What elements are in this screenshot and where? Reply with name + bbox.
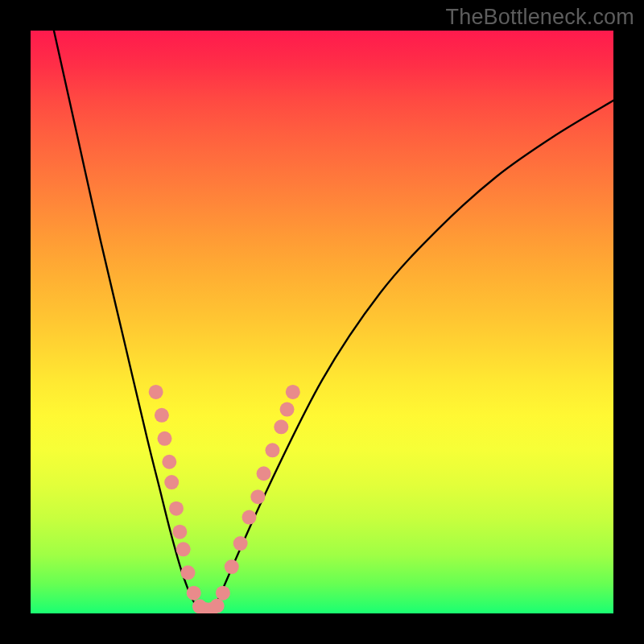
highlight-marker — [250, 489, 265, 504]
highlight-marker — [187, 586, 201, 601]
highlight-marker — [242, 510, 257, 525]
chart-container: TheBottleneck.com — [0, 0, 644, 644]
highlight-marker — [172, 525, 187, 539]
marker-group — [149, 385, 300, 613]
watermark-text: TheBottleneck.com — [445, 5, 634, 30]
highlight-marker — [155, 408, 169, 423]
bottleneck-curve — [54, 31, 613, 613]
highlight-marker — [180, 565, 195, 580]
curve-group — [54, 31, 613, 613]
highlight-marker — [169, 502, 184, 516]
highlight-marker — [286, 385, 300, 399]
highlight-marker — [233, 536, 248, 551]
highlight-marker — [158, 431, 172, 446]
highlight-marker — [216, 586, 230, 601]
highlight-marker — [274, 419, 288, 434]
highlight-marker — [225, 559, 239, 574]
chart-svg — [31, 31, 613, 613]
highlight-marker — [162, 455, 176, 469]
highlight-marker — [176, 542, 191, 556]
highlight-marker — [257, 466, 271, 481]
highlight-marker — [265, 443, 279, 457]
highlight-marker — [210, 599, 225, 613]
highlight-marker — [280, 402, 295, 417]
highlight-marker — [149, 385, 163, 399]
highlight-marker — [164, 475, 179, 489]
plot-area — [31, 31, 613, 613]
